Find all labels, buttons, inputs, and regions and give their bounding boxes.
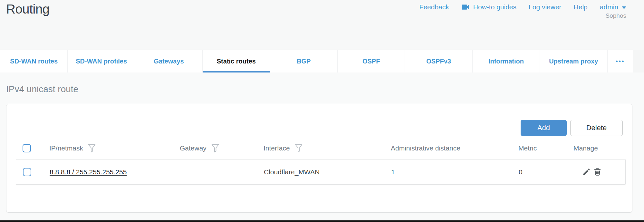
help-link[interactable]: Help xyxy=(574,3,588,11)
edit-pencil-icon[interactable] xyxy=(582,168,591,176)
account-label: Sophos xyxy=(606,12,626,19)
admin-menu[interactable]: admin xyxy=(600,3,626,11)
delete-button[interactable]: Delete xyxy=(570,120,623,136)
log-viewer-link[interactable]: Log viewer xyxy=(529,3,562,11)
filter-icon[interactable] xyxy=(88,144,96,153)
filter-icon[interactable] xyxy=(211,144,219,153)
tab-static-routes[interactable]: Static routes xyxy=(203,50,270,72)
top-header: Routing Feedback How-to guides Log viewe… xyxy=(0,0,644,50)
video-camera-icon xyxy=(461,4,470,11)
chevron-down-icon xyxy=(622,6,626,9)
tabs-overflow-button[interactable]: ••• xyxy=(608,50,633,72)
route-admin-distance-value: 1 xyxy=(391,168,519,176)
feedback-link[interactable]: Feedback xyxy=(419,3,449,11)
tab-ospfv3[interactable]: OSPFv3 xyxy=(405,50,472,72)
row-checkbox[interactable] xyxy=(23,168,31,176)
tab-sdwan-profiles[interactable]: SD-WAN profiles xyxy=(68,50,135,72)
route-interface-value: Cloudflare_MWAN xyxy=(264,168,391,176)
route-ip-netmask-link[interactable]: 8.8.8.8 / 255.255.255.255 xyxy=(50,168,127,176)
content-area: IPv4 unicast route Add Delete IP/netmask… xyxy=(0,72,644,220)
tab-upstream-proxy[interactable]: Upstream proxy xyxy=(540,50,607,72)
column-label-ip-netmask: IP/netmask xyxy=(49,144,83,152)
filter-icon[interactable] xyxy=(294,144,303,153)
column-label-admin-distance: Administrative distance xyxy=(391,144,460,152)
delete-trash-icon[interactable] xyxy=(593,168,602,176)
tab-ospf[interactable]: OSPF xyxy=(338,50,405,72)
column-label-metric: Metric xyxy=(518,144,537,152)
tab-sdwan-routes[interactable]: SD-WAN routes xyxy=(0,50,68,72)
routing-tab-bar: SD-WAN routes SD-WAN profiles Gateways S… xyxy=(0,50,633,72)
table-row: 8.8.8.8 / 255.255.255.255 Cloudflare_MWA… xyxy=(16,159,626,185)
tab-information[interactable]: Information xyxy=(473,50,540,72)
column-label-manage: Manage xyxy=(573,144,598,152)
add-button[interactable]: Add xyxy=(521,120,567,136)
select-all-checkbox[interactable] xyxy=(23,144,31,152)
column-label-interface: Interface xyxy=(264,144,290,152)
table-header-row: IP/netmask Gateway Interface Administrat… xyxy=(16,141,626,155)
bottom-edge-strip xyxy=(0,220,644,222)
howto-guides-link[interactable]: How-to guides xyxy=(461,3,516,11)
static-routes-card: Add Delete IP/netmask Gateway Interface … xyxy=(6,104,632,213)
tab-bgp[interactable]: BGP xyxy=(270,50,338,72)
column-label-gateway: Gateway xyxy=(180,144,207,152)
route-metric-value: 0 xyxy=(519,168,574,176)
tab-gateways[interactable]: Gateways xyxy=(135,50,203,72)
section-heading: IPv4 unicast route xyxy=(6,84,78,94)
page-title: Routing xyxy=(6,1,49,17)
top-nav: Feedback How-to guides Log viewer Help a… xyxy=(419,3,626,11)
